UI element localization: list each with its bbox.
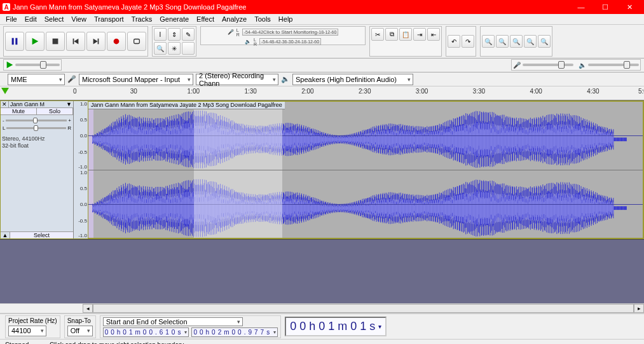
status-hint: Click and drag to move right selection b… bbox=[50, 341, 185, 345]
title-bar: A Jann Gann Mann from Satyameva Jayate 2… bbox=[0, 0, 644, 14]
audio-host-select[interactable]: MME bbox=[8, 74, 65, 85]
paste-icon[interactable]: 📋 bbox=[399, 28, 412, 41]
menu-help[interactable]: Help bbox=[275, 15, 297, 23]
ruler-tick: 5:00 bbox=[638, 88, 644, 95]
record-device-select[interactable]: Microsoft Sound Mapper - Input bbox=[79, 74, 193, 85]
meter-tick: -36 bbox=[280, 39, 287, 44]
zoom-toolbar: 🔍 🔍 🔍 🔍 🔍 bbox=[480, 26, 552, 57]
selection-start-field[interactable]: 00h01m00.610s▾ bbox=[103, 327, 189, 337]
track-menu-button[interactable]: ▼ bbox=[65, 101, 73, 107]
menu-transport[interactable]: Transport bbox=[90, 15, 128, 23]
menu-generate[interactable]: Generate bbox=[156, 15, 193, 23]
menu-select[interactable]: Select bbox=[41, 15, 68, 23]
selection-mode-select[interactable]: Start and End of Selection bbox=[103, 317, 243, 326]
play-button[interactable] bbox=[25, 32, 45, 51]
envelope-tool-icon[interactable]: ⇕ bbox=[168, 28, 181, 41]
playhead-icon[interactable] bbox=[1, 88, 9, 94]
svg-marker-6 bbox=[93, 39, 98, 45]
tools-toolbar: I ⇕ ✎ 🔍 ✳ bbox=[152, 26, 196, 57]
track-select-button[interactable]: Select bbox=[10, 232, 73, 238]
redo-icon[interactable]: ↷ bbox=[462, 35, 474, 48]
stop-button[interactable] bbox=[46, 32, 65, 51]
minimize-button[interactable]: — bbox=[569, 0, 593, 14]
svg-rect-4 bbox=[73, 39, 74, 45]
channel-right[interactable] bbox=[88, 170, 643, 238]
zoom-tool-icon[interactable]: 🔍 bbox=[154, 42, 167, 55]
draw-tool-icon[interactable]: ✎ bbox=[182, 28, 195, 41]
close-button[interactable]: ✕ bbox=[617, 0, 641, 14]
pan-l: L bbox=[3, 125, 5, 131]
record-channels-select[interactable]: 2 (Stereo) Recording Chann bbox=[196, 74, 278, 85]
loop-button[interactable] bbox=[127, 32, 146, 51]
selection-tool-icon[interactable]: I bbox=[154, 28, 167, 41]
menu-tracks[interactable]: Tracks bbox=[128, 15, 156, 23]
record-volume-slider[interactable] bbox=[523, 64, 573, 66]
play-meter[interactable]: -54 -48 -42 -36 -30 -24 -18 -12 -6 0 bbox=[259, 38, 321, 45]
selection-region[interactable] bbox=[194, 170, 283, 238]
meter-tick: -48 bbox=[268, 39, 274, 44]
zoom-toggle-icon[interactable]: 🔍 bbox=[538, 35, 551, 48]
playback-speed-slider[interactable] bbox=[15, 64, 60, 66]
meter-tick: -42 bbox=[257, 30, 263, 34]
waveform-area[interactable]: Jann Gann Mann from Satyameva Jayate 2 M… bbox=[88, 101, 643, 238]
menu-effect[interactable]: Effect bbox=[193, 15, 218, 23]
track-format: Stereo, 44100Hz32-bit float bbox=[1, 134, 73, 151]
fit-project-icon[interactable]: 🔍 bbox=[524, 35, 537, 48]
audio-position-field[interactable]: 00h01m01s▾ bbox=[285, 317, 387, 336]
mic-icon: 🎤 bbox=[67, 75, 76, 83]
skip-end-button[interactable] bbox=[86, 32, 106, 51]
menu-edit[interactable]: Edit bbox=[21, 15, 41, 23]
scrollbar-track[interactable] bbox=[93, 304, 634, 313]
meter-tick: -30 bbox=[287, 39, 293, 44]
horizontal-scrollbar[interactable]: ◂ ▸ bbox=[0, 303, 644, 313]
silence-icon[interactable]: ⇤ bbox=[427, 28, 440, 41]
play-at-speed-button[interactable] bbox=[5, 60, 14, 69]
snap-to-select[interactable]: Off bbox=[67, 326, 93, 336]
gain-slider[interactable] bbox=[6, 120, 67, 121]
solo-button[interactable]: Solo bbox=[37, 108, 73, 114]
meter-tick: -18 bbox=[317, 30, 324, 34]
pause-button[interactable] bbox=[5, 32, 24, 51]
meter-start-monitor[interactable]: Click to Start Monitoring bbox=[263, 29, 317, 35]
scroll-right-button[interactable]: ▸ bbox=[634, 304, 644, 313]
track-close-button[interactable]: ✕ bbox=[1, 101, 9, 107]
track-name[interactable]: Jann Gann M bbox=[9, 101, 65, 107]
cut-icon[interactable]: ✂ bbox=[371, 28, 384, 41]
svg-rect-9 bbox=[134, 39, 140, 44]
clip-title[interactable]: Jann Gann Mann from Satyameva Jayate 2 M… bbox=[88, 102, 285, 109]
selection-end-field[interactable]: 00h02m00.977s▾ bbox=[191, 327, 278, 337]
undo-toolbar: ↶ ↷ bbox=[446, 26, 476, 57]
record-meter[interactable]: 🎤 LR -54 -48 -42 Click to Start Monitori… bbox=[200, 26, 366, 45]
track-control-panel: ✕ Jann Gann M ▼ Mute Solo -+ LR Stereo, … bbox=[1, 101, 74, 238]
tracks-empty-area[interactable] bbox=[0, 239, 644, 303]
fit-selection-icon[interactable]: 🔍 bbox=[510, 35, 523, 48]
timeshift-tool-icon[interactable]: ✳ bbox=[168, 42, 181, 55]
svg-marker-2 bbox=[32, 38, 39, 45]
selection-region[interactable] bbox=[194, 102, 283, 170]
undo-icon[interactable]: ↶ bbox=[448, 35, 460, 48]
mic-icon: 🎤 bbox=[228, 29, 234, 35]
copy-icon[interactable]: ⧉ bbox=[385, 28, 398, 41]
skip-start-button[interactable] bbox=[66, 32, 85, 51]
trim-icon[interactable]: ⇥ bbox=[413, 28, 426, 41]
meter-tick: 0 bbox=[334, 30, 336, 34]
menu-analyze[interactable]: Analyze bbox=[218, 15, 250, 23]
maximize-button[interactable]: ☐ bbox=[593, 0, 617, 14]
channel-left[interactable] bbox=[88, 102, 643, 170]
multi-tool-icon[interactable] bbox=[182, 42, 195, 55]
menu-file[interactable]: File bbox=[2, 15, 21, 23]
playback-device-select[interactable]: Speakers (High Definition Audio) bbox=[292, 74, 413, 85]
menu-tools[interactable]: Tools bbox=[250, 15, 275, 23]
scroll-left-button[interactable]: ◂ bbox=[83, 304, 93, 313]
pan-slider[interactable] bbox=[6, 127, 66, 129]
timeline[interactable]: 0301:001:302:002:303:003:304:004:305:00 bbox=[0, 86, 644, 100]
mute-button[interactable]: Mute bbox=[1, 108, 37, 114]
playback-volume-slider[interactable] bbox=[588, 64, 639, 66]
project-rate-select[interactable]: 44100 bbox=[8, 326, 46, 336]
track-collapse-button[interactable]: ▲ bbox=[1, 232, 10, 238]
menu-view[interactable]: View bbox=[67, 15, 90, 23]
zoom-in-icon[interactable]: 🔍 bbox=[482, 35, 495, 48]
ruler-tick: 0 bbox=[73, 88, 77, 95]
zoom-out-icon[interactable]: 🔍 bbox=[496, 35, 509, 48]
record-button[interactable] bbox=[107, 32, 126, 51]
